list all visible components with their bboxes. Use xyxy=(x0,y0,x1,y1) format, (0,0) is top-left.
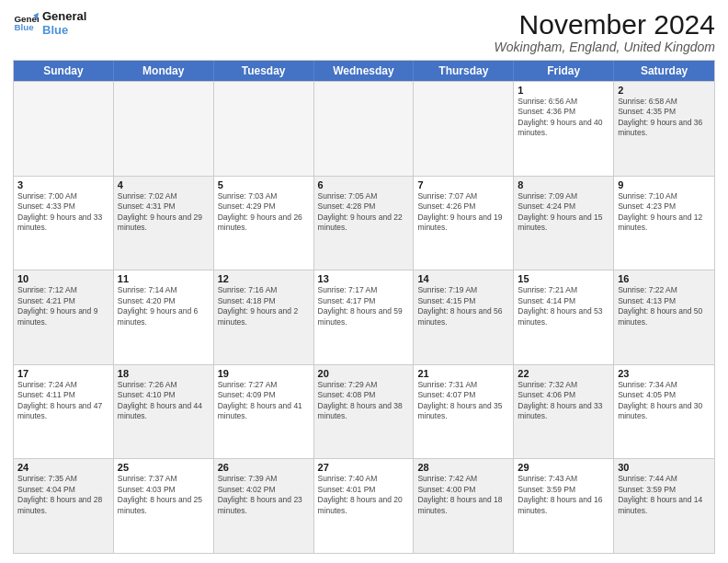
day-number: 5 xyxy=(218,179,310,190)
calendar-header: SundayMondayTuesdayWednesdayThursdayFrid… xyxy=(14,61,714,81)
day-number: 28 xyxy=(417,462,509,473)
calendar-cell-5: 5Sunrise: 7:03 AM Sunset: 4:29 PM Daylig… xyxy=(214,177,314,270)
header-cell-saturday: Saturday xyxy=(614,61,714,81)
day-number: 9 xyxy=(618,179,711,190)
logo: General Blue General Blue xyxy=(13,9,86,37)
calendar-cell-1: 1Sunrise: 6:56 AM Sunset: 4:36 PM Daylig… xyxy=(514,82,614,176)
calendar-cell-3: 3Sunrise: 7:00 AM Sunset: 4:33 PM Daylig… xyxy=(14,177,114,270)
day-number: 12 xyxy=(218,273,310,284)
day-number: 18 xyxy=(118,368,210,379)
day-number: 20 xyxy=(318,368,410,379)
calendar-row-4: 24Sunrise: 7:35 AM Sunset: 4:04 PM Dayli… xyxy=(14,458,714,553)
day-info: Sunrise: 7:16 AM Sunset: 4:18 PM Dayligh… xyxy=(218,285,310,327)
page: General Blue General Blue November 2024 … xyxy=(0,0,728,563)
day-info: Sunrise: 7:03 AM Sunset: 4:29 PM Dayligh… xyxy=(218,191,310,234)
calendar-cell-2: 2Sunrise: 6:58 AM Sunset: 4:35 PM Daylig… xyxy=(614,82,714,176)
calendar-cell-7: 7Sunrise: 7:07 AM Sunset: 4:26 PM Daylig… xyxy=(414,177,514,270)
day-number: 27 xyxy=(318,462,410,473)
calendar-row-0: 1Sunrise: 6:56 AM Sunset: 4:36 PM Daylig… xyxy=(14,81,714,176)
calendar-row-2: 10Sunrise: 7:12 AM Sunset: 4:21 PM Dayli… xyxy=(14,270,714,364)
calendar-cell-empty-0 xyxy=(14,82,114,176)
calendar-cell-29: 29Sunrise: 7:43 AM Sunset: 3:59 PM Dayli… xyxy=(514,459,614,553)
location: Wokingham, England, United Kingdom xyxy=(495,40,715,54)
day-info: Sunrise: 7:31 AM Sunset: 4:07 PM Dayligh… xyxy=(417,380,509,422)
calendar-cell-15: 15Sunrise: 7:21 AM Sunset: 4:14 PM Dayli… xyxy=(514,270,614,364)
logo-line1: General xyxy=(42,9,86,23)
day-number: 6 xyxy=(318,179,410,190)
day-info: Sunrise: 7:32 AM Sunset: 4:06 PM Dayligh… xyxy=(518,380,609,422)
day-info: Sunrise: 7:02 AM Sunset: 4:31 PM Dayligh… xyxy=(118,191,210,234)
day-number: 22 xyxy=(518,368,609,379)
day-number: 25 xyxy=(118,462,210,473)
calendar-body: 1Sunrise: 6:56 AM Sunset: 4:36 PM Daylig… xyxy=(14,81,714,553)
calendar-cell-19: 19Sunrise: 7:27 AM Sunset: 4:09 PM Dayli… xyxy=(214,365,314,459)
day-number: 26 xyxy=(218,462,310,473)
day-number: 11 xyxy=(118,273,210,284)
calendar-cell-10: 10Sunrise: 7:12 AM Sunset: 4:21 PM Dayli… xyxy=(14,270,114,364)
calendar-cell-4: 4Sunrise: 7:02 AM Sunset: 4:31 PM Daylig… xyxy=(114,177,214,270)
calendar-cell-21: 21Sunrise: 7:31 AM Sunset: 4:07 PM Dayli… xyxy=(414,365,514,459)
calendar-cell-26: 26Sunrise: 7:39 AM Sunset: 4:02 PM Dayli… xyxy=(214,459,314,553)
day-info: Sunrise: 7:22 AM Sunset: 4:13 PM Dayligh… xyxy=(618,285,711,327)
day-number: 16 xyxy=(618,273,711,284)
day-number: 13 xyxy=(318,273,410,284)
day-info: Sunrise: 7:39 AM Sunset: 4:02 PM Dayligh… xyxy=(218,474,310,516)
calendar-cell-16: 16Sunrise: 7:22 AM Sunset: 4:13 PM Dayli… xyxy=(614,270,714,364)
day-info: Sunrise: 6:58 AM Sunset: 4:35 PM Dayligh… xyxy=(618,97,711,139)
day-number: 1 xyxy=(518,85,609,96)
day-number: 8 xyxy=(518,179,609,190)
day-info: Sunrise: 7:10 AM Sunset: 4:23 PM Dayligh… xyxy=(618,191,711,234)
day-number: 7 xyxy=(417,179,509,190)
day-info: Sunrise: 7:21 AM Sunset: 4:14 PM Dayligh… xyxy=(518,285,609,327)
day-info: Sunrise: 7:19 AM Sunset: 4:15 PM Dayligh… xyxy=(417,285,509,327)
calendar-cell-empty-2 xyxy=(214,82,314,176)
calendar-cell-13: 13Sunrise: 7:17 AM Sunset: 4:17 PM Dayli… xyxy=(314,270,415,364)
calendar-cell-28: 28Sunrise: 7:42 AM Sunset: 4:00 PM Dayli… xyxy=(414,459,514,553)
day-number: 14 xyxy=(417,273,509,284)
day-info: Sunrise: 7:07 AM Sunset: 4:26 PM Dayligh… xyxy=(417,191,509,234)
day-info: Sunrise: 7:43 AM Sunset: 3:59 PM Dayligh… xyxy=(518,474,609,516)
month-title: November 2024 xyxy=(495,9,715,40)
calendar-cell-30: 30Sunrise: 7:44 AM Sunset: 3:59 PM Dayli… xyxy=(614,459,714,553)
header-cell-friday: Friday xyxy=(514,61,614,81)
day-info: Sunrise: 7:42 AM Sunset: 4:00 PM Dayligh… xyxy=(417,474,509,516)
logo-icon: General Blue xyxy=(13,10,39,36)
header-cell-monday: Monday xyxy=(114,61,214,81)
calendar-cell-20: 20Sunrise: 7:29 AM Sunset: 4:08 PM Dayli… xyxy=(314,365,415,459)
day-number: 2 xyxy=(618,85,711,96)
day-number: 19 xyxy=(218,368,310,379)
calendar-cell-11: 11Sunrise: 7:14 AM Sunset: 4:20 PM Dayli… xyxy=(114,270,214,364)
day-info: Sunrise: 6:56 AM Sunset: 4:36 PM Dayligh… xyxy=(518,97,609,139)
day-info: Sunrise: 7:44 AM Sunset: 3:59 PM Dayligh… xyxy=(618,474,711,516)
header-cell-tuesday: Tuesday xyxy=(214,61,314,81)
day-number: 21 xyxy=(417,368,509,379)
day-number: 4 xyxy=(118,179,210,190)
logo-line2: Blue xyxy=(42,23,86,37)
day-info: Sunrise: 7:29 AM Sunset: 4:08 PM Dayligh… xyxy=(318,380,410,422)
day-info: Sunrise: 7:40 AM Sunset: 4:01 PM Dayligh… xyxy=(318,474,410,516)
day-number: 24 xyxy=(17,462,109,473)
calendar-cell-9: 9Sunrise: 7:10 AM Sunset: 4:23 PM Daylig… xyxy=(614,177,714,270)
day-info: Sunrise: 7:35 AM Sunset: 4:04 PM Dayligh… xyxy=(17,474,109,516)
calendar-cell-23: 23Sunrise: 7:34 AM Sunset: 4:05 PM Dayli… xyxy=(614,365,714,459)
day-info: Sunrise: 7:12 AM Sunset: 4:21 PM Dayligh… xyxy=(17,285,109,327)
day-number: 3 xyxy=(17,179,109,190)
day-info: Sunrise: 7:17 AM Sunset: 4:17 PM Dayligh… xyxy=(318,285,410,327)
calendar-row-3: 17Sunrise: 7:24 AM Sunset: 4:11 PM Dayli… xyxy=(14,364,714,459)
day-number: 15 xyxy=(518,273,609,284)
calendar-cell-25: 25Sunrise: 7:37 AM Sunset: 4:03 PM Dayli… xyxy=(114,459,214,553)
calendar-cell-empty-3 xyxy=(314,82,415,176)
day-info: Sunrise: 7:00 AM Sunset: 4:33 PM Dayligh… xyxy=(17,191,109,234)
calendar-cell-17: 17Sunrise: 7:24 AM Sunset: 4:11 PM Dayli… xyxy=(14,365,114,459)
day-number: 23 xyxy=(618,368,711,379)
header-cell-wednesday: Wednesday xyxy=(314,61,415,81)
calendar-cell-6: 6Sunrise: 7:05 AM Sunset: 4:28 PM Daylig… xyxy=(314,177,415,270)
title-block: November 2024 Wokingham, England, United… xyxy=(495,9,715,54)
day-number: 10 xyxy=(17,273,109,284)
calendar-cell-8: 8Sunrise: 7:09 AM Sunset: 4:24 PM Daylig… xyxy=(514,177,614,270)
header-cell-sunday: Sunday xyxy=(14,61,114,81)
day-info: Sunrise: 7:27 AM Sunset: 4:09 PM Dayligh… xyxy=(218,380,310,422)
calendar-cell-14: 14Sunrise: 7:19 AM Sunset: 4:15 PM Dayli… xyxy=(414,270,514,364)
calendar-cell-empty-1 xyxy=(114,82,214,176)
calendar: SundayMondayTuesdayWednesdayThursdayFrid… xyxy=(13,60,715,554)
